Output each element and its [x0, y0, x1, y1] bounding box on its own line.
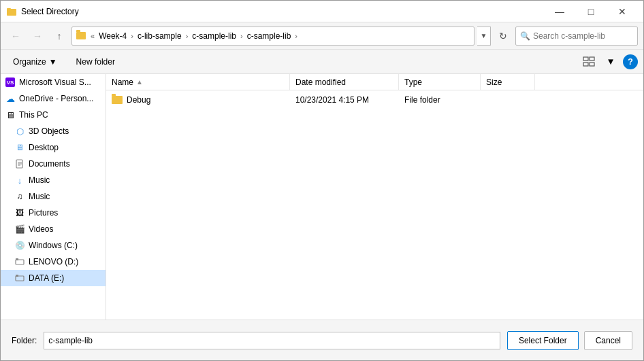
svg-rect-4 — [583, 63, 588, 66]
search-box: 🔍 — [515, 27, 638, 46]
path-segment-csamplelib1[interactable]: c-sample-lib — [190, 30, 238, 42]
organize-label: Organize — [13, 57, 46, 67]
sidebar-item-this-pc[interactable]: 🖥 This PC — [1, 107, 106, 123]
documents-icon — [14, 158, 25, 169]
sidebar-item-label: LENOVO (D:) — [29, 257, 78, 267]
sidebar-item-lenovo-d[interactable]: LENOVO (D:) — [1, 254, 106, 270]
sidebar-item-windows-c[interactable]: 💿 Windows (C:) — [1, 237, 106, 254]
path-segment-week4[interactable]: Week-4 — [97, 30, 129, 42]
sidebar-item-label: Music — [29, 192, 50, 201]
refresh-button[interactable]: ↻ — [494, 27, 513, 46]
sidebar-item-label: This PC — [19, 110, 48, 120]
sidebar-item-label: Documents — [29, 159, 70, 169]
svg-rect-10 — [16, 260, 24, 264]
up-button[interactable]: ↑ — [50, 27, 69, 46]
window-title: Select Directory — [21, 7, 544, 16]
titlebar-buttons: — □ ✕ — [544, 1, 638, 22]
sidebar-item-data-e[interactable]: DATA (E:) — [1, 270, 106, 286]
col-header-type[interactable]: Type — [399, 74, 481, 90]
pc-icon: 🖥 — [5, 109, 16, 120]
svg-rect-3 — [590, 57, 594, 61]
sidebar-item-videos[interactable]: 🎬 Videos — [1, 221, 106, 237]
svg-rect-12 — [16, 276, 24, 281]
table-row[interactable]: Debug 10/23/2021 4:15 PM File folder — [106, 90, 643, 109]
view-button[interactable] — [579, 53, 598, 71]
sidebar-item-label: OneDrive - Person... — [19, 94, 93, 103]
file-cell-type: File folder — [399, 90, 481, 109]
col-name-label: Name — [112, 78, 133, 87]
file-cell-date: 10/23/2021 4:15 PM — [290, 90, 399, 109]
toolbar-right: ▼ ? — [579, 53, 638, 71]
path-folder-icon — [76, 32, 86, 39]
sidebar-item-downloads[interactable]: ↓ Music — [1, 172, 106, 188]
onedrive-icon: ☁ — [5, 93, 16, 104]
col-size-label: Size — [486, 78, 502, 87]
file-list-header: Name ▲ Date modified Type Size — [106, 74, 643, 90]
sidebar-item-documents[interactable]: Documents — [1, 156, 106, 172]
col-date-label: Date modified — [295, 78, 346, 87]
sidebar-item-music[interactable]: ♫ Music — [1, 188, 106, 205]
sidebar-item-label: Videos — [29, 224, 53, 234]
main-content: VS Microsoft Visual S... ☁ OneDrive - Pe… — [1, 74, 643, 320]
view-icon — [583, 56, 595, 67]
svg-rect-1 — [7, 8, 11, 10]
sidebar-item-label: 3D Objects — [29, 126, 69, 136]
addressbar: ← → ↑ « Week-4 › c-lib-sample › c-sample… — [1, 22, 643, 50]
svg-rect-5 — [590, 63, 594, 66]
path-segment-clibsample[interactable]: c-lib-sample — [135, 30, 184, 42]
search-input[interactable] — [533, 31, 633, 41]
select-folder-button[interactable]: Select Folder — [507, 331, 579, 350]
new-folder-button[interactable]: New folder — [69, 53, 122, 71]
sidebar-item-label: Pictures — [29, 208, 58, 218]
address-dropdown-button[interactable]: ▼ — [477, 27, 491, 46]
window: Select Directory — □ ✕ ← → ↑ « Week-4 › … — [0, 0, 644, 361]
sidebar-item-visual-studio[interactable]: VS Microsoft Visual S... — [1, 74, 106, 90]
window-icon — [6, 6, 17, 17]
forward-button[interactable]: → — [28, 27, 47, 46]
drive-d-icon — [14, 256, 25, 267]
svg-rect-11 — [16, 258, 18, 260]
address-path[interactable]: « Week-4 › c-lib-sample › c-sample-lib ›… — [71, 27, 474, 46]
folder-label: Folder: — [12, 336, 37, 345]
sidebar-item-label: Windows (C:) — [29, 241, 78, 250]
bottombar: Folder: Select Folder Cancel — [1, 320, 643, 360]
maximize-button[interactable]: □ — [575, 1, 607, 22]
view-dropdown-icon: ▼ — [606, 56, 615, 67]
close-button[interactable]: ✕ — [607, 1, 638, 22]
toolbar: Organize ▼ New folder ▼ ? — [1, 50, 643, 74]
organize-chevron-icon: ▼ — [49, 57, 57, 67]
bottom-buttons: Select Folder Cancel — [507, 331, 632, 350]
drive-c-icon: 💿 — [14, 240, 25, 251]
desktop-icon: 🖥 — [14, 142, 25, 153]
sidebar: VS Microsoft Visual S... ☁ OneDrive - Pe… — [1, 74, 106, 320]
path-segment-csamplelib2[interactable]: c-sample-lib — [245, 30, 293, 42]
folder-icon — [112, 96, 123, 104]
3d-objects-icon: ⬡ — [14, 126, 25, 137]
help-button[interactable]: ? — [623, 54, 638, 69]
view-dropdown-button[interactable]: ▼ — [601, 53, 620, 71]
col-type-label: Type — [404, 78, 422, 87]
back-button[interactable]: ← — [6, 27, 25, 46]
col-header-date[interactable]: Date modified — [290, 74, 399, 90]
sidebar-item-label: DATA (E:) — [29, 273, 64, 283]
file-list-body: Debug 10/23/2021 4:15 PM File folder — [106, 90, 643, 320]
file-date: 10/23/2021 4:15 PM — [295, 95, 369, 105]
file-type: File folder — [404, 95, 440, 105]
folder-input[interactable] — [44, 332, 500, 349]
sidebar-item-label: Desktop — [29, 143, 59, 152]
col-header-size[interactable]: Size — [481, 74, 535, 90]
file-cell-size — [481, 90, 535, 109]
titlebar: Select Directory — □ ✕ — [1, 1, 643, 22]
col-header-name[interactable]: Name ▲ — [106, 74, 290, 90]
sidebar-item-desktop[interactable]: 🖥 Desktop — [1, 139, 106, 156]
sidebar-item-3d-objects[interactable]: ⬡ 3D Objects — [1, 123, 106, 139]
minimize-button[interactable]: — — [544, 1, 575, 22]
sidebar-item-onedrive[interactable]: ☁ OneDrive - Person... — [1, 90, 106, 107]
sidebar-item-label: Microsoft Visual S... — [19, 78, 91, 87]
sort-up-icon: ▲ — [136, 78, 143, 86]
visual-studio-icon: VS — [5, 77, 16, 88]
organize-button[interactable]: Organize ▼ — [6, 53, 64, 71]
cancel-button[interactable]: Cancel — [584, 331, 632, 350]
sidebar-item-pictures[interactable]: 🖼 Pictures — [1, 205, 106, 221]
pictures-icon: 🖼 — [14, 207, 25, 218]
